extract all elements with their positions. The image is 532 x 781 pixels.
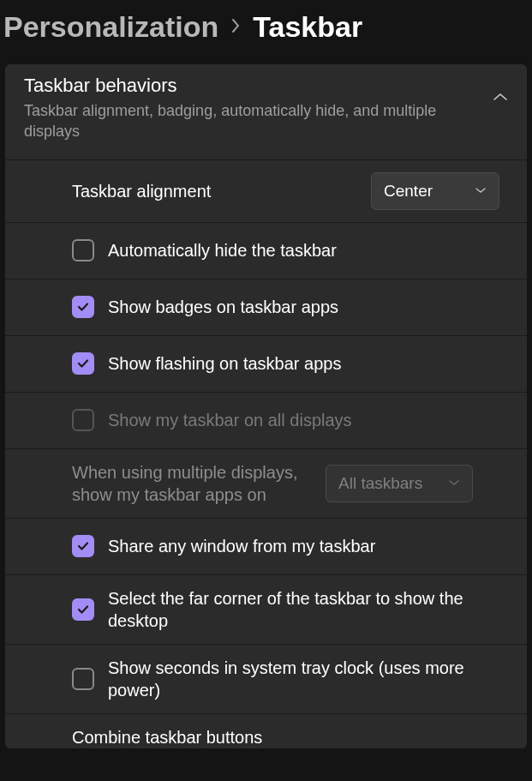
dropdown-value: Center xyxy=(384,182,433,201)
section-subtitle: Taskbar alignment, badging, automaticall… xyxy=(24,100,493,142)
taskbar-alignment-dropdown[interactable]: Center xyxy=(371,172,499,210)
breadcrumb-current: Taskbar xyxy=(253,10,362,44)
panel-header[interactable]: Taskbar behaviors Taskbar alignment, bad… xyxy=(5,64,527,159)
far-corner-row[interactable]: Select the far corner of the taskbar to … xyxy=(5,574,527,644)
auto-hide-label: Automatically hide the taskbar xyxy=(108,239,499,261)
multi-display-apps-row: When using multiple displays, show my ta… xyxy=(5,448,527,518)
taskbar-alignment-label: Taskbar alignment xyxy=(72,180,357,202)
chevron-down-icon xyxy=(475,184,487,197)
auto-hide-checkbox[interactable] xyxy=(72,239,94,261)
clock-seconds-row[interactable]: Show seconds in system tray clock (uses … xyxy=(5,644,527,713)
flashing-row[interactable]: Show flashing on taskbar apps xyxy=(5,335,527,392)
combine-buttons-row: Combine taskbar buttons xyxy=(5,713,527,748)
all-displays-row: Show my taskbar on all displays xyxy=(5,392,527,448)
dropdown-value: All taskbars xyxy=(338,474,422,493)
auto-hide-row[interactable]: Automatically hide the taskbar xyxy=(5,222,527,279)
multi-display-apps-dropdown: All taskbars xyxy=(326,465,473,502)
taskbar-behaviors-panel: Taskbar behaviors Taskbar alignment, bad… xyxy=(5,64,527,748)
taskbar-alignment-row: Taskbar alignment Center xyxy=(5,159,527,222)
far-corner-label: Select the far corner of the taskbar to … xyxy=(108,587,499,632)
flashing-label: Show flashing on taskbar apps xyxy=(108,352,499,375)
badges-label: Show badges on taskbar apps xyxy=(108,296,499,318)
combine-buttons-label: Combine taskbar buttons xyxy=(72,726,499,748)
breadcrumb-parent[interactable]: Personalization xyxy=(3,10,218,44)
clock-seconds-label: Show seconds in system tray clock (uses … xyxy=(108,657,499,701)
all-displays-checkbox xyxy=(72,409,94,431)
flashing-checkbox[interactable] xyxy=(72,352,94,375)
share-window-checkbox[interactable] xyxy=(72,535,94,557)
chevron-down-icon xyxy=(448,477,460,490)
chevron-up-icon[interactable] xyxy=(493,75,508,105)
section-title: Taskbar behaviors xyxy=(24,75,493,97)
far-corner-checkbox[interactable] xyxy=(72,598,94,621)
chevron-right-icon xyxy=(230,16,241,39)
breadcrumb: Personalization Taskbar xyxy=(0,0,532,64)
badges-row[interactable]: Show badges on taskbar apps xyxy=(5,279,527,335)
share-window-label: Share any window from my taskbar xyxy=(108,535,499,557)
multi-display-apps-label: When using multiple displays, show my ta… xyxy=(72,461,312,506)
share-window-row[interactable]: Share any window from my taskbar xyxy=(5,518,527,574)
all-displays-label: Show my taskbar on all displays xyxy=(108,409,499,431)
clock-seconds-checkbox[interactable] xyxy=(72,668,94,690)
badges-checkbox[interactable] xyxy=(72,296,94,318)
